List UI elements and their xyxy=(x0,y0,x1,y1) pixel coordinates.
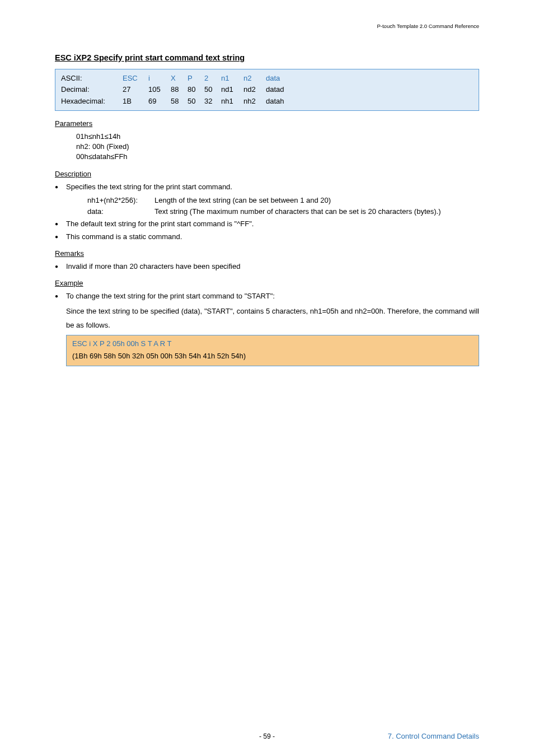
code-cell: 69 xyxy=(148,96,171,107)
remarks-heading: Remarks xyxy=(55,249,479,259)
example-code-box: ESC i X P 2 05h 00h S T A R T (1Bh 69h 5… xyxy=(66,335,479,366)
code-row: Decimal:27105888050nd1nd2datad xyxy=(61,84,294,95)
description-heading: Description xyxy=(55,169,479,179)
remarks-bullet-1-text: Invalid if more than 20 characters have … xyxy=(66,262,240,270)
code-cell: nd2 xyxy=(243,84,266,95)
footer-section: 7. Control Command Details xyxy=(388,731,479,741)
code-cell: 58 xyxy=(171,96,188,107)
code-cell: 50 xyxy=(204,84,221,95)
example-heading: Example xyxy=(55,278,479,288)
example-para: Since the text string to be specified (d… xyxy=(66,305,479,332)
code-cell: nd1 xyxy=(221,84,243,95)
code-cell: datad xyxy=(266,84,294,95)
desc-kv1-key: nh1+(nh2*256): xyxy=(87,195,154,206)
code-cell: P xyxy=(188,73,204,84)
param-line-3: 00h≤datah≤FFh xyxy=(76,152,479,162)
desc-kv2-key: data: xyxy=(87,207,154,217)
code-cell: nh1 xyxy=(221,96,243,107)
remarks-bullet-1: Invalid if more than 20 characters have … xyxy=(55,262,479,272)
desc-kv2-val: Text string (The maximum number of chara… xyxy=(154,207,479,217)
code-row-label: Hexadecimal: xyxy=(61,96,123,107)
code-row: Hexadecimal:1B69585032nh1nh2datah xyxy=(61,96,294,107)
example-box-line2: (1Bh 69h 58h 50h 32h 05h 00h 53h 54h 41h… xyxy=(72,352,246,360)
code-table: ASCII:ESCiXP2n1n2dataDecimal:27105888050… xyxy=(61,73,294,107)
code-cell: i xyxy=(148,73,171,84)
example-list: To change the text string for the print … xyxy=(55,291,479,333)
code-cell: 105 xyxy=(148,84,171,95)
code-cell: 1B xyxy=(123,96,148,107)
code-row-label: ASCII: xyxy=(61,73,123,84)
header-right: P-touch Template 2.0 Command Reference xyxy=(377,22,479,30)
remarks-list: Invalid if more than 20 characters have … xyxy=(55,262,479,272)
desc-kv1-val: Length of the text string (can be set be… xyxy=(154,195,479,206)
code-cell: datah xyxy=(266,96,294,107)
example-bullet-1-text: To change the text string for the print … xyxy=(66,292,275,300)
desc-bullet-1-text: Specifies the text string for the print … xyxy=(66,183,232,191)
code-cell: X xyxy=(171,73,188,84)
description-list: Specifies the text string for the print … xyxy=(55,182,479,242)
code-cell: data xyxy=(266,73,294,84)
parameters-heading: Parameters xyxy=(55,119,479,129)
desc-bullet-2-text: The default text string for the print st… xyxy=(66,220,254,228)
footer: - 59 - 7. Control Command Details xyxy=(0,732,534,741)
desc-bullet-3-text: This command is a static command. xyxy=(66,232,182,241)
param-line-2: nh2: 00h (Fixed) xyxy=(76,142,479,152)
code-row-label: Decimal: xyxy=(61,84,123,95)
page-title: ESC iXP2 Specify print start command tex… xyxy=(55,52,479,63)
code-cell: n2 xyxy=(243,73,266,84)
example-bullet-1: To change the text string for the print … xyxy=(55,291,479,333)
code-cell: 50 xyxy=(188,96,204,107)
code-row: ASCII:ESCiXP2n1n2data xyxy=(61,73,294,84)
code-cell: ESC xyxy=(123,73,148,84)
desc-bullet-1: Specifies the text string for the print … xyxy=(55,182,479,217)
code-cell: 88 xyxy=(171,84,188,95)
code-cell: n1 xyxy=(221,73,243,84)
desc-bullet-3: This command is a static command. xyxy=(55,232,479,242)
code-cell: 80 xyxy=(188,84,204,95)
param-line-1: 01h≤nh1≤14h xyxy=(76,132,479,142)
desc-bullet-2: The default text string for the print st… xyxy=(55,219,479,229)
code-cell: 27 xyxy=(123,84,148,95)
command-code-box: ASCII:ESCiXP2n1n2dataDecimal:27105888050… xyxy=(55,69,479,111)
code-cell: 32 xyxy=(204,96,221,107)
code-cell: 2 xyxy=(204,73,221,84)
code-cell: nh2 xyxy=(243,96,266,107)
example-box-line1: ESC i X P 2 05h 00h S T A R T xyxy=(72,339,473,349)
